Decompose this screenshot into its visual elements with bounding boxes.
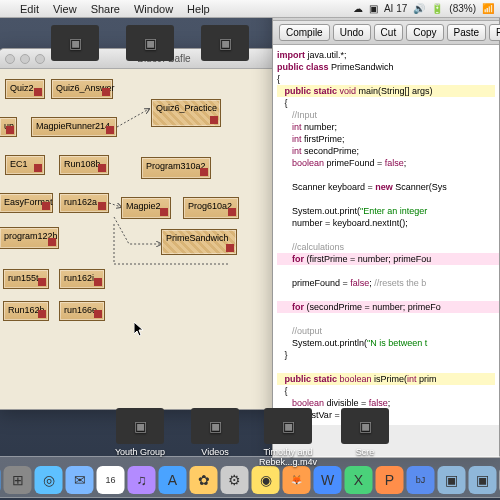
code-line: import java.util.*;: [277, 49, 495, 61]
desktop-icon[interactable]: ▣Scre: [335, 408, 395, 457]
ai-badge: AI 17: [384, 3, 407, 14]
class-box-run162b[interactable]: Run162b: [3, 301, 49, 321]
class-box-run162a[interactable]: run162a: [59, 193, 109, 213]
dock-excel-icon[interactable]: X: [345, 466, 373, 494]
dock-launchpad-icon[interactable]: ⊞: [4, 466, 32, 494]
code-line: [277, 361, 495, 373]
code-line: number = keyboard.nextInt();: [277, 217, 495, 229]
code-line: [277, 169, 495, 181]
code-line: public static boolean isPrime(int prim: [277, 373, 495, 385]
dock-firefox-icon[interactable]: 🦊: [283, 466, 311, 494]
code-line: int number;: [277, 121, 495, 133]
dropbox-icon[interactable]: ▣: [369, 3, 378, 14]
code-line: for (secondPrime = number; primeFo: [277, 301, 495, 313]
code-line: //Input: [277, 109, 495, 121]
dock-appstore-icon[interactable]: A: [159, 466, 187, 494]
code-line: }: [277, 349, 495, 361]
class-box-program122h[interactable]: program122h: [0, 227, 59, 249]
cloud-icon[interactable]: ☁: [353, 3, 363, 14]
desktop-icon[interactable]: ▣Youth Group: [110, 408, 170, 457]
dock-chrome-icon[interactable]: ◉: [252, 466, 280, 494]
code-line: primeFound = isPrime(SecondPr: [495, 301, 499, 313]
dock-powerpoint-icon[interactable]: P: [376, 466, 404, 494]
code-line: [277, 289, 495, 301]
desktop-thumbnail[interactable]: ▣: [120, 25, 180, 64]
class-box-ec1[interactable]: EC1: [5, 155, 45, 175]
code-line: [277, 265, 495, 277]
class-box-program310a2[interactable]: Program310a2: [141, 157, 211, 179]
code-line: //output: [277, 325, 495, 337]
dock-bluej-icon[interactable]: bJ: [407, 466, 435, 494]
class-box-quiz6_practice[interactable]: Quiz6_Practice: [151, 99, 221, 127]
code-line: int secondPrime;: [277, 145, 495, 157]
menu-view[interactable]: View: [53, 3, 77, 15]
undo-button[interactable]: Undo: [333, 24, 371, 41]
code-line: public class PrimeSandwich: [277, 61, 495, 73]
dock: ☺⊞◎✉16♫A✿⚙◉🦊WXPbJ▣▣🗑: [0, 456, 500, 498]
dock-itunes-icon[interactable]: ♫: [128, 466, 156, 494]
desktop-thumbnail[interactable]: ▣: [45, 25, 105, 64]
code-line: boolean primeFound = false;: [277, 157, 495, 169]
dock-photos-icon[interactable]: ✿: [190, 466, 218, 494]
code-line: primeFound = false; //resets the b: [277, 277, 495, 289]
battery-pct: (83%): [449, 3, 476, 14]
class-box-magpie2[interactable]: Magpie2: [121, 197, 171, 219]
paste-button[interactable]: Paste: [447, 24, 487, 41]
class-box-un[interactable]: un: [0, 117, 17, 137]
code-line: System.out.println("N is between t: [277, 337, 495, 349]
editor-window: PrimeSandwich Bafle CompileUndoCutCopyPa…: [272, 0, 500, 458]
class-box-run162i[interactable]: run162i: [59, 269, 105, 289]
dock-safari-icon[interactable]: ◎: [35, 466, 63, 494]
desktop-thumbnail[interactable]: ▣: [195, 25, 255, 64]
code-line: [277, 193, 495, 205]
class-box-prog610a2[interactable]: Prog610a2: [183, 197, 239, 219]
code-editor[interactable]: import java.util.*;public class PrimeSan…: [273, 45, 499, 425]
dock-calendar-icon[interactable]: 16: [97, 466, 125, 494]
code-line: Scanner keyboard = new Scanner(Sys: [277, 181, 495, 193]
desktop-icon-label: Youth Group: [110, 447, 170, 457]
class-box-run108b[interactable]: Run108b: [59, 155, 109, 175]
desktop-icon-label: Videos: [185, 447, 245, 457]
dock-mail-icon[interactable]: ✉: [66, 466, 94, 494]
bluej-window: BlueJ: Bafle Quiz2Quiz6_AnswerQuiz6_Prac…: [0, 48, 282, 410]
class-box-primesandwich[interactable]: PrimeSandwich: [161, 229, 237, 255]
code-line: [277, 229, 495, 241]
code-line: public static void main(String[] args): [277, 85, 495, 97]
class-box-magpierunner214[interactable]: MagpieRunner214: [31, 117, 117, 137]
class-box-quiz6_answer[interactable]: Quiz6_Answer: [51, 79, 113, 99]
find-button[interactable]: Find...: [489, 24, 500, 41]
code-line: {: [277, 97, 495, 109]
copy-button[interactable]: Copy: [406, 24, 443, 41]
dock-finder-icon[interactable]: ☺: [0, 466, 1, 494]
desktop-icon-label: Timothy and Rebek...g.m4v: [258, 447, 318, 467]
dock-word-icon[interactable]: W: [314, 466, 342, 494]
traffic-lights[interactable]: [5, 54, 45, 64]
dock-folder2-icon[interactable]: ▣: [469, 466, 497, 494]
code-line: {: [277, 385, 495, 397]
class-box-run166e[interactable]: run166e: [59, 301, 105, 321]
menu-edit[interactable]: Edit: [20, 3, 39, 15]
menu-share[interactable]: Share: [91, 3, 120, 15]
menu-window[interactable]: Window: [134, 3, 173, 15]
code-line: primeFound = isPrime(firstPri: [495, 253, 499, 265]
desktop-icon-label: Scre: [335, 447, 395, 457]
dock-settings-icon[interactable]: ⚙: [221, 466, 249, 494]
desktop-icon[interactable]: ▣Timothy and Rebek...g.m4v: [258, 408, 318, 467]
desktop-icon[interactable]: ▣Videos: [185, 408, 245, 457]
wifi-icon[interactable]: 📶: [482, 3, 494, 14]
cut-button[interactable]: Cut: [374, 24, 404, 41]
code-line: System.out.print("Enter an integer: [277, 205, 495, 217]
editor-toolbar: CompileUndoCutCopyPasteFind...Close: [273, 21, 499, 45]
volume-icon[interactable]: 🔊: [413, 3, 425, 14]
dock-folder1-icon[interactable]: ▣: [438, 466, 466, 494]
menu-help[interactable]: Help: [187, 3, 210, 15]
class-box-quiz2[interactable]: Quiz2: [5, 79, 45, 99]
code-line: {: [277, 73, 495, 85]
battery-icon: 🔋: [431, 3, 443, 14]
bluej-diagram-canvas[interactable]: Quiz2Quiz6_AnswerQuiz6_PracticeunMagpieR…: [0, 69, 281, 409]
class-box-easyformat[interactable]: EasyFormat: [0, 193, 53, 213]
menubar: EditViewShareWindowHelp ☁ ▣ AI 17 🔊 🔋 (8…: [0, 0, 500, 18]
class-box-run155t[interactable]: run155t: [3, 269, 49, 289]
compile-button[interactable]: Compile: [279, 24, 330, 41]
code-line: [277, 313, 495, 325]
